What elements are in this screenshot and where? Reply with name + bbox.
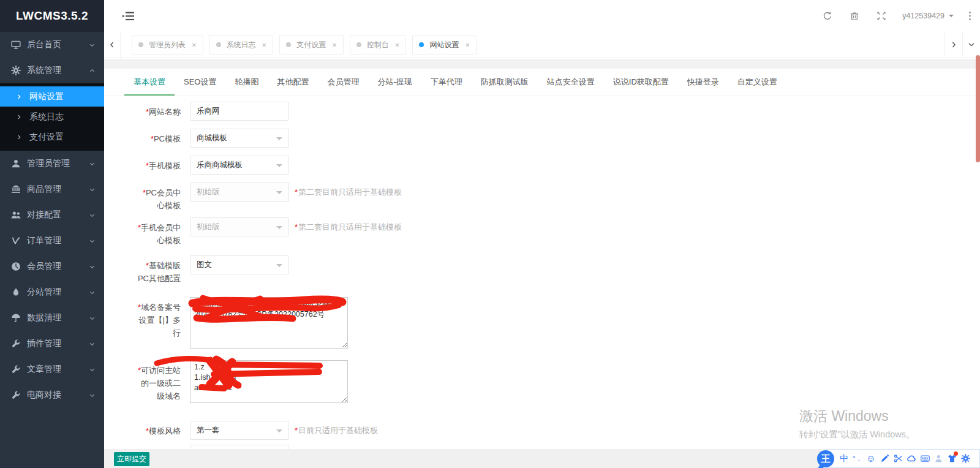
umbrella-icon — [11, 313, 21, 323]
main-area: y412539429 管理员列表× 系统日志× 支付设置× 控制台× 网站设置×… — [104, 0, 980, 468]
close-icon[interactable]: × — [465, 41, 470, 49]
mobile-member-template-select[interactable]: 初始版 — [190, 217, 289, 236]
field-site-name: *网站名称 — [104, 102, 980, 121]
close-icon[interactable]: × — [192, 41, 197, 49]
tab-seo-settings[interactable]: SEO设置 — [175, 69, 225, 96]
virtual-keyboard-icon[interactable] — [918, 453, 932, 465]
pc-member-template-select[interactable]: 初始版 — [190, 183, 289, 202]
handwriting-pencil-icon[interactable] — [878, 453, 891, 465]
system-submenu: 网站设置 系统日志 支付设置 — [0, 83, 104, 151]
tab-dot-icon — [419, 42, 424, 47]
sidebar-subitem-payment-settings[interactable]: 支付设置 — [0, 127, 104, 147]
page-tab-site-settings[interactable]: 网站设置× — [412, 35, 477, 55]
tab-substation-withdrawal[interactable]: 分站-提现 — [368, 69, 421, 96]
tab-custom-settings[interactable]: 自定义设置 — [728, 69, 786, 96]
icp-number-textarea[interactable]: |乐商网|鄂ICP备2022005762号|鄂ICP备 2022005762号|… — [190, 297, 348, 349]
tab-label: 支付设置 — [296, 40, 326, 50]
page-tab-system-log[interactable]: 系统日志× — [209, 35, 274, 55]
field-label: *域名备案号 设置【|】多 行 — [104, 297, 182, 339]
cloud-icon[interactable] — [905, 453, 918, 465]
chevron-down-icon — [89, 392, 96, 399]
screenshot-scissors-icon[interactable] — [891, 453, 905, 465]
subitem-label: 支付设置 — [29, 132, 64, 143]
sidebar-item-substations[interactable]: 分站管理 — [0, 279, 104, 305]
field-hint: *目前只适用于基础模板 — [295, 421, 378, 440]
tab-member-management[interactable]: 会员管理 — [318, 69, 368, 96]
punctuation-mode-icon[interactable]: °， — [851, 453, 864, 465]
account-icon[interactable] — [932, 453, 945, 465]
chinese-mode-icon[interactable]: 中 — [837, 453, 851, 465]
allowed-domains-textarea[interactable]: 1.z 1.ish n ad or.cc — [190, 360, 348, 403]
subitem-label: 系统日志 — [29, 111, 64, 123]
template-style-select[interactable]: 第一套 — [190, 421, 289, 440]
ime-toolbar: 王 中 °， ☺ — [826, 449, 980, 468]
sidebar-item-ecommerce-docking[interactable]: 电商对接 — [0, 382, 104, 408]
sidebar-item-goods[interactable]: 商品管理 — [0, 176, 104, 202]
page-tab-console[interactable]: 控制台× — [350, 35, 407, 55]
refresh-icon[interactable] — [823, 11, 832, 21]
close-icon[interactable]: × — [395, 41, 400, 49]
chevron-down-icon — [89, 212, 96, 219]
emoji-icon[interactable]: ☺ — [864, 453, 878, 465]
tab-shuoshuo-id[interactable]: 说说ID获取配置 — [604, 69, 678, 96]
page-tab-payment-settings[interactable]: 支付设置× — [279, 35, 344, 55]
sidebar-item-data-cleanup[interactable]: 数据清理 — [0, 305, 104, 331]
droplet-icon — [11, 287, 21, 297]
page-tab-admin-list[interactable]: 管理员列表× — [132, 35, 203, 55]
close-icon[interactable]: × — [262, 41, 267, 49]
tab-basic-settings[interactable]: 基本设置 — [124, 69, 175, 96]
sogou-logo-icon[interactable]: 王 — [817, 450, 834, 467]
sidebar-item-members[interactable]: 会员管理 — [0, 254, 104, 279]
chevron-down-icon — [89, 238, 96, 244]
sidebar-item-label: 会员管理 — [27, 261, 89, 272]
sidebar-item-docking-config[interactable]: 对接配置 — [0, 202, 104, 228]
tabs-scroll-left-button[interactable] — [104, 32, 121, 58]
field-label: *PC模板 — [104, 129, 182, 145]
sidebar-subitem-system-log[interactable]: 系统日志 — [0, 107, 104, 127]
select-arrow-icon — [276, 164, 282, 170]
sidebar-item-label: 对接配置 — [27, 209, 89, 221]
sidebar-item-admin[interactable]: 管理员管理 — [0, 151, 104, 176]
field-base-pc-other-config: *基础模版 PC其他配置 图文 — [104, 255, 980, 285]
user-menu[interactable]: y412539429 — [902, 12, 954, 20]
site-name-input[interactable] — [190, 102, 289, 121]
tab-quick-login[interactable]: 快捷登录 — [678, 69, 728, 96]
sidebar-item-system[interactable]: 系统管理 — [0, 58, 104, 83]
sidebar-item-dashboard[interactable]: 后台首页 — [0, 32, 104, 58]
close-icon[interactable]: × — [332, 41, 337, 49]
tab-other-config[interactable]: 其他配置 — [268, 69, 318, 96]
sidebar-item-label: 商品管理 — [27, 184, 89, 195]
skin-shirt-icon[interactable] — [945, 453, 959, 465]
tab-anti-scraping[interactable]: 防抓取测试版 — [472, 69, 538, 96]
field-label — [104, 445, 182, 448]
mobile-template-select[interactable]: 乐商商城模板 — [190, 156, 289, 175]
sidebar-subitem-site-settings[interactable]: 网站设置 — [0, 86, 104, 107]
tab-carousel[interactable]: 轮播图 — [225, 69, 268, 96]
tab-site-security[interactable]: 站点安全设置 — [538, 69, 604, 96]
ime-settings-gear-icon[interactable] — [959, 453, 972, 465]
sidebar-item-orders[interactable]: 订单管理 — [0, 228, 104, 254]
trash-icon[interactable] — [850, 11, 859, 21]
tab-order-agent[interactable]: 下单代理 — [421, 69, 472, 96]
pc-template-select[interactable]: 商城模板 — [190, 129, 289, 148]
sidebar-item-articles[interactable]: 文章管理 — [0, 357, 104, 382]
select-arrow-icon — [276, 264, 282, 270]
field-mobile-member-template: *手机会员中 心模板 初始版 *第二套目前只适用于基础模板 — [104, 217, 980, 247]
tabs-menu-button[interactable] — [962, 32, 980, 58]
chevron-down-icon — [89, 42, 96, 48]
kebab-menu-icon[interactable] — [968, 11, 971, 21]
sidebar-collapse-icon[interactable] — [123, 12, 134, 21]
base-pc-other-config-select[interactable]: 图文 — [190, 255, 289, 274]
select-arrow-icon — [276, 429, 282, 436]
select-arrow-icon — [276, 191, 282, 197]
tabs-scroll-right-button[interactable] — [944, 32, 962, 58]
sidebar-item-plugins[interactable]: 插件管理 — [0, 331, 104, 357]
notification-dot — [954, 451, 958, 456]
tab-dot-icon — [138, 42, 143, 47]
submit-button[interactable]: 立即提交 — [114, 452, 149, 466]
fullscreen-icon[interactable] — [876, 11, 886, 21]
field-label: *手机模板 — [104, 156, 182, 172]
vertical-scrollbar-thumb[interactable] — [976, 55, 980, 162]
wrench-icon — [11, 390, 21, 400]
chevron-down-icon — [89, 160, 96, 167]
